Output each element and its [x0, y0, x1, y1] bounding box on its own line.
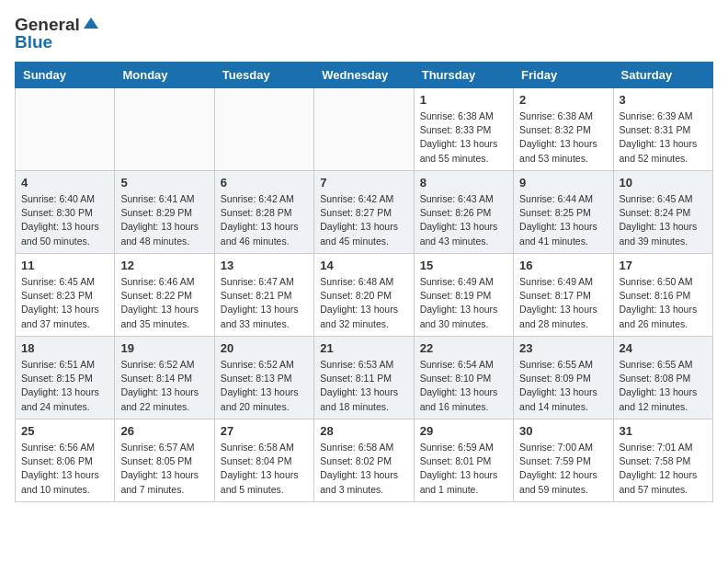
day-number: 7 — [320, 176, 407, 190]
day-detail: Sunrise: 6:39 AMSunset: 8:31 PMDaylight:… — [620, 109, 707, 166]
day-detail: Sunrise: 6:43 AMSunset: 8:26 PMDaylight:… — [420, 192, 507, 248]
day-number: 16 — [519, 259, 607, 272]
day-detail: Sunrise: 6:58 AMSunset: 8:02 PMDaylight:… — [320, 441, 407, 497]
calendar-table: SundayMondayTuesdayWednesdayThursdayFrid… — [15, 62, 713, 502]
day-detail: Sunrise: 6:45 AMSunset: 8:24 PMDaylight:… — [620, 192, 707, 248]
calendar-cell: 12Sunrise: 6:46 AMSunset: 8:22 PMDayligh… — [115, 254, 214, 337]
day-number: 15 — [420, 259, 507, 272]
calendar-cell: 5Sunrise: 6:41 AMSunset: 8:29 PMDaylight… — [115, 171, 214, 254]
calendar-cell: 9Sunrise: 6:44 AMSunset: 8:25 PMDaylight… — [514, 171, 613, 254]
day-number: 3 — [620, 93, 707, 107]
day-number: 20 — [221, 341, 308, 355]
day-number: 21 — [320, 341, 407, 355]
calendar-cell: 20Sunrise: 6:52 AMSunset: 8:13 PMDayligh… — [214, 337, 313, 419]
calendar-cell: 26Sunrise: 6:57 AMSunset: 8:05 PMDayligh… — [115, 419, 214, 502]
calendar-cell — [214, 88, 313, 171]
column-header-thursday: Thursday — [414, 63, 513, 88]
calendar-cell: 28Sunrise: 6:58 AMSunset: 8:02 PMDayligh… — [314, 419, 414, 502]
day-detail: Sunrise: 6:55 AMSunset: 8:09 PMDaylight:… — [519, 358, 607, 414]
day-detail: Sunrise: 6:53 AMSunset: 8:11 PMDaylight:… — [320, 358, 407, 414]
week-row-5: 25Sunrise: 6:56 AMSunset: 8:06 PMDayligh… — [16, 419, 713, 502]
day-detail: Sunrise: 6:42 AMSunset: 8:28 PMDaylight:… — [221, 192, 308, 248]
day-detail: Sunrise: 6:45 AMSunset: 8:23 PMDaylight:… — [21, 275, 108, 331]
day-detail: Sunrise: 6:49 AMSunset: 8:19 PMDaylight:… — [420, 275, 507, 331]
day-number: 26 — [120, 424, 208, 438]
day-detail: Sunrise: 6:40 AMSunset: 8:30 PMDaylight:… — [21, 192, 108, 248]
calendar-cell: 8Sunrise: 6:43 AMSunset: 8:26 PMDaylight… — [414, 171, 513, 254]
svg-marker-0 — [84, 17, 98, 29]
day-number: 31 — [620, 424, 707, 438]
day-detail: Sunrise: 6:59 AMSunset: 8:01 PMDaylight:… — [420, 441, 507, 497]
day-number: 9 — [519, 176, 607, 190]
column-header-friday: Friday — [514, 63, 613, 88]
day-detail: Sunrise: 6:58 AMSunset: 8:04 PMDaylight:… — [221, 441, 308, 497]
calendar-cell — [314, 88, 414, 171]
day-number: 22 — [420, 341, 507, 355]
calendar-cell: 1Sunrise: 6:38 AMSunset: 8:33 PMDaylight… — [414, 88, 513, 171]
column-header-wednesday: Wednesday — [314, 63, 414, 88]
day-detail: Sunrise: 6:44 AMSunset: 8:25 PMDaylight:… — [519, 192, 607, 248]
day-number: 12 — [120, 259, 208, 272]
week-row-1: 1Sunrise: 6:38 AMSunset: 8:33 PMDaylight… — [16, 88, 713, 171]
day-number: 1 — [420, 93, 507, 107]
calendar-cell: 30Sunrise: 7:00 AMSunset: 7:59 PMDayligh… — [514, 419, 613, 502]
week-row-4: 18Sunrise: 6:51 AMSunset: 8:15 PMDayligh… — [16, 337, 713, 419]
calendar-cell: 17Sunrise: 6:50 AMSunset: 8:16 PMDayligh… — [613, 254, 712, 337]
day-number: 13 — [221, 259, 308, 272]
calendar-header-row: SundayMondayTuesdayWednesdayThursdayFrid… — [16, 63, 713, 88]
day-number: 8 — [420, 176, 507, 190]
calendar-cell: 2Sunrise: 6:38 AMSunset: 8:32 PMDaylight… — [514, 88, 613, 171]
day-detail: Sunrise: 6:57 AMSunset: 8:05 PMDaylight:… — [120, 441, 208, 497]
calendar-cell: 27Sunrise: 6:58 AMSunset: 8:04 PMDayligh… — [214, 419, 313, 502]
week-row-2: 4Sunrise: 6:40 AMSunset: 8:30 PMDaylight… — [16, 171, 713, 254]
calendar-cell — [115, 88, 214, 171]
day-number: 24 — [620, 341, 707, 355]
day-number: 14 — [320, 259, 407, 272]
calendar-cell: 15Sunrise: 6:49 AMSunset: 8:19 PMDayligh… — [414, 254, 513, 337]
calendar-cell: 31Sunrise: 7:01 AMSunset: 7:58 PMDayligh… — [613, 419, 712, 502]
calendar-cell: 13Sunrise: 6:47 AMSunset: 8:21 PMDayligh… — [214, 254, 313, 337]
logo-text-blue: Blue — [15, 32, 52, 52]
day-detail: Sunrise: 6:38 AMSunset: 8:33 PMDaylight:… — [420, 109, 507, 166]
calendar-cell: 18Sunrise: 6:51 AMSunset: 8:15 PMDayligh… — [16, 337, 115, 419]
day-detail: Sunrise: 6:47 AMSunset: 8:21 PMDaylight:… — [221, 275, 308, 331]
column-header-sunday: Sunday — [16, 63, 115, 88]
day-detail: Sunrise: 6:55 AMSunset: 8:08 PMDaylight:… — [620, 358, 707, 414]
day-number: 27 — [221, 424, 308, 438]
calendar-cell: 23Sunrise: 6:55 AMSunset: 8:09 PMDayligh… — [514, 337, 613, 419]
day-number: 19 — [120, 341, 208, 355]
calendar-cell: 14Sunrise: 6:48 AMSunset: 8:20 PMDayligh… — [314, 254, 414, 337]
calendar-cell: 7Sunrise: 6:42 AMSunset: 8:27 PMDaylight… — [314, 171, 414, 254]
day-detail: Sunrise: 6:38 AMSunset: 8:32 PMDaylight:… — [519, 109, 607, 166]
day-number: 30 — [519, 424, 607, 438]
day-number: 5 — [120, 176, 208, 190]
column-header-tuesday: Tuesday — [214, 63, 313, 88]
day-detail: Sunrise: 6:56 AMSunset: 8:06 PMDaylight:… — [21, 441, 108, 497]
day-detail: Sunrise: 6:52 AMSunset: 8:14 PMDaylight:… — [120, 358, 208, 414]
day-number: 6 — [221, 176, 308, 190]
day-detail: Sunrise: 7:01 AMSunset: 7:58 PMDaylight:… — [620, 441, 707, 497]
calendar-cell: 25Sunrise: 6:56 AMSunset: 8:06 PMDayligh… — [16, 419, 115, 502]
day-number: 29 — [420, 424, 507, 438]
column-header-saturday: Saturday — [613, 63, 712, 88]
day-number: 18 — [21, 341, 108, 355]
calendar-cell: 24Sunrise: 6:55 AMSunset: 8:08 PMDayligh… — [613, 337, 712, 419]
day-detail: Sunrise: 7:00 AMSunset: 7:59 PMDaylight:… — [519, 441, 607, 497]
day-detail: Sunrise: 6:51 AMSunset: 8:15 PMDaylight:… — [21, 358, 108, 414]
calendar-cell: 19Sunrise: 6:52 AMSunset: 8:14 PMDayligh… — [115, 337, 214, 419]
day-detail: Sunrise: 6:41 AMSunset: 8:29 PMDaylight:… — [120, 192, 208, 248]
day-number: 23 — [519, 341, 607, 355]
day-number: 2 — [519, 93, 607, 107]
calendar-cell: 29Sunrise: 6:59 AMSunset: 8:01 PMDayligh… — [414, 419, 513, 502]
day-number: 17 — [620, 259, 707, 272]
week-row-3: 11Sunrise: 6:45 AMSunset: 8:23 PMDayligh… — [16, 254, 713, 337]
column-header-monday: Monday — [115, 63, 214, 88]
day-detail: Sunrise: 6:49 AMSunset: 8:17 PMDaylight:… — [519, 275, 607, 331]
day-detail: Sunrise: 6:46 AMSunset: 8:22 PMDaylight:… — [120, 275, 208, 331]
day-detail: Sunrise: 6:54 AMSunset: 8:10 PMDaylight:… — [420, 358, 507, 414]
calendar-cell: 4Sunrise: 6:40 AMSunset: 8:30 PMDaylight… — [16, 171, 115, 254]
day-detail: Sunrise: 6:48 AMSunset: 8:20 PMDaylight:… — [320, 275, 407, 331]
calendar-cell: 6Sunrise: 6:42 AMSunset: 8:28 PMDaylight… — [214, 171, 313, 254]
calendar-cell: 21Sunrise: 6:53 AMSunset: 8:11 PMDayligh… — [314, 337, 414, 419]
day-detail: Sunrise: 6:50 AMSunset: 8:16 PMDaylight:… — [620, 275, 707, 331]
